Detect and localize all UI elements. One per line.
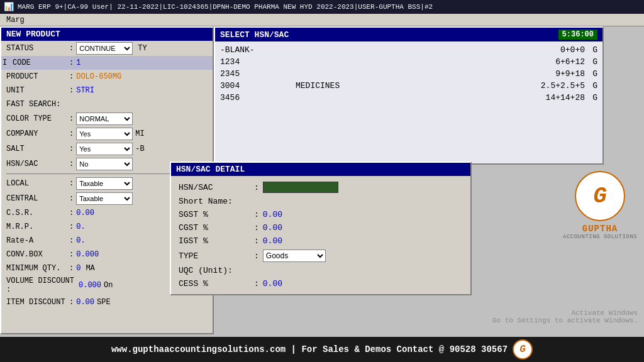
hsn-rate-0: 0+0+0 bbox=[509, 45, 585, 55]
rate-a-label: Rate-A bbox=[6, 236, 69, 245]
hsn-desc-3: MEDICINES bbox=[270, 81, 509, 90]
detail-sgst-row: SGST % : 0.00 bbox=[179, 208, 463, 221]
activate-line1: Activate Windows bbox=[492, 309, 638, 317]
local-label: LOCAL bbox=[6, 179, 69, 188]
detail-short-name-label: Short Name: bbox=[179, 197, 254, 206]
salt-select[interactable]: Yes No bbox=[76, 143, 133, 155]
max-label: MA bbox=[86, 264, 94, 273]
menu-bar: Marg bbox=[0, 14, 644, 26]
detail-igst-value: 0.00 bbox=[263, 236, 282, 246]
min-qty-value: 0 bbox=[76, 264, 80, 273]
hsn-code-4: 3456 bbox=[220, 93, 270, 102]
detail-type-select[interactable]: Goods Services bbox=[263, 250, 326, 262]
conv-box-label: CONV.BOX bbox=[6, 250, 69, 259]
bottom-bar: www.gupthaaccountingsolutions.com | For … bbox=[0, 337, 644, 362]
hsn-sac-select[interactable]: No Yes bbox=[76, 158, 133, 170]
hsn-rate-3: 2.5+2.5+5 bbox=[509, 81, 585, 90]
company-label: COMPANY bbox=[6, 129, 69, 138]
detail-igst-label: IGST % bbox=[179, 236, 254, 246]
salt-label: SALT bbox=[6, 145, 69, 153]
detail-uqc-label: UQC (Unit): bbox=[179, 266, 254, 275]
detail-hsn-row: HSN/SAC : bbox=[179, 180, 463, 195]
menu-item-marg[interactable]: Marg bbox=[4, 16, 27, 25]
hsn-detail-dialog: HSN/SAC DETAIL HSN/SAC : Short Name: SGS… bbox=[170, 162, 472, 295]
bottom-logo: G bbox=[513, 339, 533, 359]
hsn-row[interactable]: -BLANK- 0+0+0 G bbox=[220, 44, 597, 56]
activate-windows-notice: Activate Windows Go to Settings to activ… bbox=[492, 309, 638, 324]
csr-label: C.S.R. bbox=[6, 209, 69, 217]
select-hsn-panel: SELECT HSN/SAC 5:36:00 -BLANK- 0+0+0 G 1… bbox=[214, 26, 604, 165]
product-value: DOLO-650MG bbox=[76, 72, 121, 81]
salt-row: SALT : Yes No -B bbox=[1, 141, 213, 156]
spe-label: SPE bbox=[97, 298, 111, 307]
on-label: On bbox=[104, 281, 113, 290]
company-select[interactable]: Yes No bbox=[76, 128, 133, 140]
bottom-bar-text: www.gupthaaccountingsolutions.com | For … bbox=[111, 344, 508, 354]
new-product-title: NEW PRODUCT bbox=[1, 28, 213, 41]
hsn-code-0: -BLANK- bbox=[220, 45, 270, 55]
detail-cgst-row: CGST % : 0.00 bbox=[179, 221, 463, 234]
guptha-circle: G bbox=[575, 171, 625, 221]
detail-type-label: TYPE bbox=[179, 251, 254, 261]
detail-hsn-input[interactable] bbox=[263, 182, 338, 193]
detail-cess-row: CESS % : 0.00 bbox=[179, 277, 463, 290]
title-text: MARG ERP 9+|CA-99 User| 22-11-2022|LIC-1… bbox=[18, 3, 433, 11]
hsn-rate-2: 9+9+18 bbox=[509, 69, 585, 79]
status-select[interactable]: CONTINUE bbox=[76, 42, 133, 55]
code-value: 1 bbox=[76, 58, 80, 67]
hsn-rate-1: 6+6+12 bbox=[509, 57, 585, 67]
product-row: PRODUCT : DOLO-650MG bbox=[1, 70, 213, 84]
title-bar: 📊 MARG ERP 9+|CA-99 User| 22-11-2022|LIC… bbox=[0, 0, 644, 14]
fast-search-row: FAST SEARCH: bbox=[1, 97, 213, 111]
central-select[interactable]: Taxable bbox=[76, 192, 133, 205]
activate-line2: Go to Settings to activate Windows. bbox=[492, 317, 638, 324]
hsn-row[interactable]: 2345 9+9+18 G bbox=[220, 68, 597, 80]
hsn-code-1: 1234 bbox=[220, 57, 270, 67]
hsn-sac-label: HSN/SAC bbox=[6, 160, 69, 168]
unit-row: UNIT : STRI bbox=[1, 84, 213, 97]
hsn-g-0: G bbox=[585, 45, 597, 55]
hsn-code-3: 3004 bbox=[220, 81, 270, 90]
color-type-select[interactable]: NORMAL bbox=[76, 112, 133, 125]
hsn-g-3: G bbox=[585, 81, 597, 90]
unit-value: STRI bbox=[76, 86, 94, 95]
hsn-code-2: 2345 bbox=[220, 69, 270, 79]
select-hsn-title: SELECT HSN/SAC bbox=[220, 30, 289, 40]
code-row: I CODE : 1 bbox=[1, 56, 213, 70]
rate-a-value: 0. bbox=[76, 236, 85, 245]
select-hsn-time: 5:36:00 bbox=[558, 30, 597, 40]
detail-cgst-label: CGST % bbox=[179, 223, 254, 233]
detail-igst-row: IGST % : 0.00 bbox=[179, 234, 463, 248]
guptha-letter: G bbox=[593, 184, 607, 209]
min-qty-label: MINIMUM QTY. bbox=[6, 264, 69, 273]
guptha-name: GUPTHA bbox=[562, 224, 638, 234]
bottom-logo-letter: G bbox=[519, 344, 526, 355]
volume-discount-value: 0.000 bbox=[79, 281, 101, 290]
detail-cess-label: CESS % bbox=[179, 279, 254, 288]
item-discount-row: ITEM DISCOUNT : 0.00 SPE bbox=[1, 295, 213, 309]
code-label: CODE bbox=[6, 58, 69, 67]
volume-discount-label: VOLUME DISCOUNT : bbox=[6, 277, 79, 294]
detail-type-row: TYPE : Goods Services bbox=[179, 248, 463, 264]
conv-box-value: 0.000 bbox=[76, 250, 99, 259]
salt-suffix: -B bbox=[135, 145, 144, 153]
hsn-row[interactable]: 3456 14+14+28 G bbox=[220, 92, 597, 104]
unit-label: UNIT bbox=[6, 86, 69, 95]
csr-value: 0.00 bbox=[76, 209, 94, 217]
detail-uqc-row: UQC (Unit): bbox=[179, 264, 463, 277]
hsn-list: -BLANK- 0+0+0 G 1234 6+6+12 G 2345 9+9+1… bbox=[215, 41, 602, 106]
hsn-row[interactable]: 3004 MEDICINES 2.5+2.5+5 G bbox=[220, 80, 597, 92]
status-row: STATUS : CONTINUE TY bbox=[1, 41, 213, 56]
central-label: CENTRAL bbox=[6, 194, 69, 203]
hsn-row[interactable]: 1234 6+6+12 G bbox=[220, 56, 597, 68]
item-discount-value: 0.00 bbox=[76, 298, 94, 307]
app-icon: 📊 bbox=[4, 2, 14, 12]
select-hsn-title-bar: SELECT HSN/SAC 5:36:00 bbox=[215, 28, 602, 41]
detail-short-name-row: Short Name: bbox=[179, 195, 463, 208]
detail-sgst-value: 0.00 bbox=[263, 210, 282, 219]
hsn-g-1: G bbox=[585, 57, 597, 67]
company-suffix: MI bbox=[135, 129, 144, 138]
type-label: TY bbox=[138, 44, 147, 53]
main-area: NEW PRODUCT STATUS : CONTINUE TY I CODE … bbox=[0, 26, 644, 362]
local-select[interactable]: Taxable bbox=[76, 177, 133, 190]
